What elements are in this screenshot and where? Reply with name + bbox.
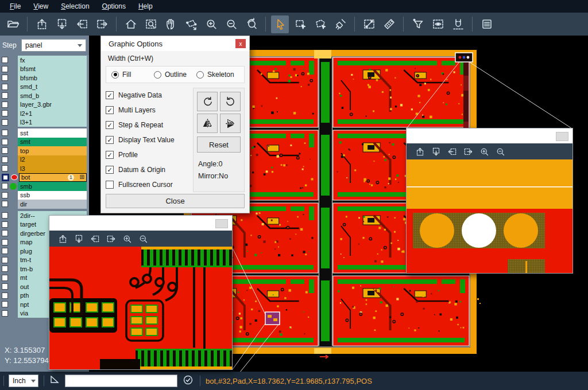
select-cursor-icon[interactable]: [271, 15, 289, 33]
layer-row-smd_t[interactable]: smd_t: [0, 83, 89, 92]
step-select[interactable]: panel: [21, 39, 86, 52]
checkbox-display-text-value[interactable]: ✓Display Text Value: [106, 132, 193, 147]
layer-checkbox[interactable]: [2, 66, 8, 72]
layer-checkbox[interactable]: [2, 230, 8, 236]
zoom-window-title-bar[interactable]: [407, 128, 572, 143]
layer-row-l2+1[interactable]: l2+1: [0, 109, 89, 118]
ruler-icon[interactable]: [380, 15, 398, 33]
layer-checkbox[interactable]: [2, 119, 8, 126]
layer-checkbox[interactable]: [2, 292, 8, 299]
layer-checkbox[interactable]: [2, 192, 8, 198]
layer-row-layer_3.gbr[interactable]: layer_3.gbr: [0, 100, 89, 110]
layer-checkbox[interactable]: [2, 301, 8, 307]
filter-icon[interactable]: [409, 15, 427, 33]
pan-up-icon[interactable]: [56, 232, 69, 245]
layer-row-smb[interactable]: smb: [0, 182, 89, 191]
menu-item-file[interactable]: File: [3, 0, 27, 13]
rotate-cw-button[interactable]: [197, 92, 218, 111]
layer-checkbox[interactable]: [2, 239, 8, 245]
zoom-window-left[interactable]: [49, 215, 233, 370]
pan-left-icon[interactable]: [88, 232, 102, 245]
checkbox-step-repeat[interactable]: ✓Step & Repeat: [106, 118, 193, 132]
flip-horizontal-button[interactable]: [197, 114, 218, 133]
checkbox-negative-data[interactable]: ✓Negative Data: [106, 88, 193, 103]
zoom-out-icon[interactable]: [493, 145, 507, 158]
layer-checkbox[interactable]: [2, 248, 8, 254]
layer-checkbox[interactable]: [2, 57, 8, 63]
layer-checkbox[interactable]: [2, 201, 8, 207]
clean-brush-icon[interactable]: [331, 15, 349, 33]
layer-row-dir[interactable]: dir: [0, 200, 89, 209]
open-folder-icon[interactable]: [4, 15, 22, 33]
menu-item-selection[interactable]: Selection: [55, 0, 95, 13]
layer-checkbox[interactable]: [2, 102, 8, 108]
window-button[interactable]: [556, 132, 568, 141]
pan-down-icon[interactable]: [72, 232, 86, 245]
pan-right-icon[interactable]: [93, 15, 111, 33]
apply-check-icon[interactable]: [183, 375, 193, 387]
view-options-icon[interactable]: [429, 15, 447, 33]
zoom-window-right[interactable]: [406, 128, 573, 274]
layer-row-ssb[interactable]: ssb: [0, 191, 89, 200]
layer-checkbox[interactable]: [2, 92, 8, 99]
layer-row-l2[interactable]: l2: [0, 155, 89, 165]
pan-down-icon[interactable]: [429, 145, 443, 158]
layer-checkbox[interactable]: [2, 310, 8, 317]
layer-checkbox[interactable]: [2, 283, 8, 290]
pan-left-icon[interactable]: [73, 15, 91, 33]
rect-select-icon[interactable]: [291, 15, 309, 33]
pan-down-icon[interactable]: [53, 15, 71, 33]
checkbox-profile[interactable]: ✓Profile: [106, 147, 193, 162]
home-icon[interactable]: [122, 15, 140, 33]
layer-checkbox[interactable]: [2, 165, 8, 171]
layer-checkbox[interactable]: [2, 139, 8, 145]
pan-hand-icon[interactable]: [162, 15, 180, 33]
layer-row-top[interactable]: top: [0, 146, 89, 155]
pan-right-icon[interactable]: [461, 145, 475, 158]
layer-row-l3+1[interactable]: l3+1: [0, 118, 89, 127]
zoom-in-icon[interactable]: [477, 145, 491, 158]
pan-up-icon[interactable]: [413, 145, 427, 158]
layers-panel-icon[interactable]: [478, 15, 496, 33]
layer-checkbox[interactable]: [2, 257, 8, 263]
layer-checkbox[interactable]: [2, 183, 8, 189]
layer-checkbox[interactable]: [2, 147, 8, 154]
angle-measure-icon[interactable]: [50, 376, 59, 386]
layer-checkbox[interactable]: [2, 84, 8, 90]
layer-row-smd_b[interactable]: smd_b: [0, 91, 89, 100]
zoom-in-icon[interactable]: [120, 232, 134, 245]
checkbox-datum-origin[interactable]: ✓Datum & Origin: [106, 162, 193, 177]
layer-row-l3[interactable]: l3: [0, 164, 89, 173]
menu-item-options[interactable]: Options: [96, 0, 132, 13]
menu-item-help[interactable]: Help: [132, 0, 159, 13]
pan-right-icon[interactable]: [104, 232, 118, 245]
rotate-ccw-button[interactable]: [220, 92, 241, 111]
layer-row-smt[interactable]: smt: [0, 138, 89, 147]
close-icon[interactable]: x: [235, 39, 246, 48]
window-button[interactable]: [215, 219, 228, 228]
zoom-in-icon[interactable]: [202, 15, 220, 33]
drag-view-icon[interactable]: [182, 15, 200, 33]
layer-checkbox[interactable]: [2, 157, 8, 163]
checkbox-fullscreen-cursor[interactable]: Fullscreen Cursor: [106, 177, 193, 192]
measure-distance-icon[interactable]: [360, 15, 378, 33]
layer-checkbox[interactable]: [2, 130, 8, 136]
checkbox-multi-layers[interactable]: ✓Multi Layers: [106, 103, 193, 118]
zoom-out-icon[interactable]: [222, 15, 240, 33]
flip-vertical-button[interactable]: [220, 114, 241, 133]
layer-checkbox[interactable]: [2, 174, 9, 181]
menu-item-view[interactable]: View: [27, 0, 55, 13]
radio-skeleton[interactable]: Skeleton: [196, 71, 239, 79]
layer-checkbox[interactable]: [2, 221, 8, 228]
group-select-icon[interactable]: [311, 15, 329, 33]
unit-select[interactable]: Inch: [9, 375, 38, 387]
layer-checkbox[interactable]: [2, 275, 8, 281]
layer-checkbox[interactable]: [2, 266, 8, 272]
radio-outline[interactable]: Outline: [154, 71, 196, 79]
radio-fill[interactable]: Fill: [111, 71, 154, 79]
close-button[interactable]: Close: [106, 194, 245, 208]
layer-row-bfsmt[interactable]: bfsmt: [0, 65, 89, 74]
zoom-window-icon[interactable]: [142, 15, 160, 33]
layer-row-bfsmb[interactable]: bfsmb: [0, 73, 89, 83]
layer-row-fx[interactable]: fx: [0, 56, 89, 65]
